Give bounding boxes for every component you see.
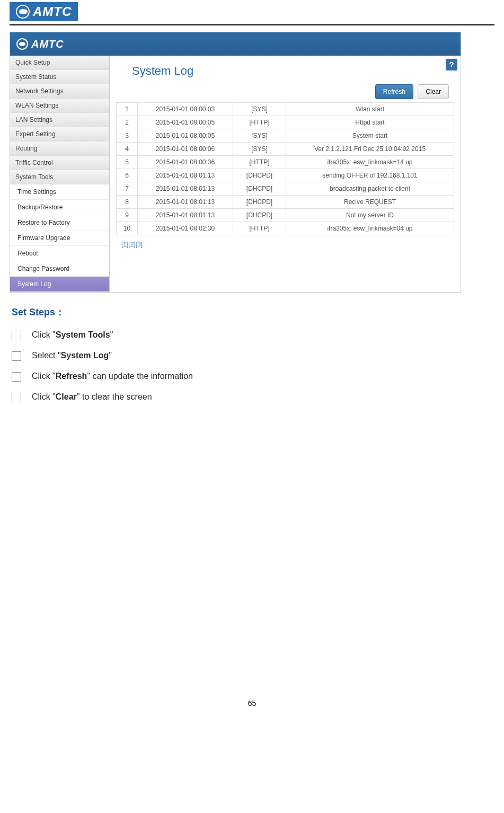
main-panel: ? System Log Refresh Clear 1 2015-01-01 … <box>110 56 461 292</box>
log-msg: Recive REQUEST <box>286 196 454 209</box>
log-tag: [DHCPD] <box>233 209 286 222</box>
sidebar-item-system-tools[interactable]: System Tools <box>10 170 109 184</box>
sidebar-sub-time-settings[interactable]: Time Settings <box>10 184 109 200</box>
step-1: Click "System Tools" <box>12 330 492 340</box>
sidebar-item-system-status[interactable]: System Status <box>10 70 109 84</box>
log-msg: ifra305x: esw_linkmask=14 up <box>286 156 454 169</box>
sidebar-item-quick-setup[interactable]: Quick Setup <box>10 56 109 70</box>
sidebar-item-routing[interactable]: Routing <box>10 142 109 156</box>
sidebar-sub-system-log[interactable]: System Log <box>10 277 109 292</box>
step-4: Click "Clear" to clear the screen <box>12 392 492 402</box>
log-index: 7 <box>117 182 138 196</box>
log-time: 2015-01-01 08:01:13 <box>138 182 233 196</box>
page-title: System Log <box>132 64 454 78</box>
log-tag: [DHCPD] <box>233 196 286 209</box>
log-tag: [SYS] <box>233 143 286 156</box>
log-tag: [SYS] <box>233 103 286 116</box>
log-msg: sending OFFER of 192.168.1.101 <box>286 169 454 182</box>
log-index: 1 <box>117 103 138 116</box>
doc-brand-logo: AMTC <box>10 2 78 21</box>
log-table: 1 2015-01-01 08:00:03 [SYS] Wlan start 2… <box>116 102 454 235</box>
refresh-button[interactable]: Refresh <box>375 84 413 99</box>
log-time: 2015-01-01 08:00:03 <box>138 103 233 116</box>
table-row: 5 2015-01-01 08:00:36 [HTTP] ifra305x: e… <box>117 156 454 169</box>
pager-page-3[interactable]: [3] <box>136 241 143 248</box>
table-row: 6 2015-01-01 08:01:13 [DHCPD] sending OF… <box>117 169 454 182</box>
swirl-icon <box>16 5 30 19</box>
sidebar: Quick Setup System Status Network Settin… <box>10 56 110 292</box>
step-2: Select "System Log" <box>12 351 492 361</box>
table-row: 3 2015-01-01 08:00:05 [SYS] System start <box>117 129 454 143</box>
log-msg: Httpd start <box>286 116 454 129</box>
sidebar-item-wlan-settings[interactable]: WLAN Settings <box>10 99 109 113</box>
doc-brand-text: AMTC <box>33 4 72 19</box>
log-msg: Ver 2.1.2.121 Fri Dec 25 10:04:02 2015 <box>286 143 454 156</box>
log-time: 2015-01-01 08:01:13 <box>138 169 233 182</box>
log-msg: broadcasting packet to client <box>286 182 454 196</box>
sidebar-item-network-settings[interactable]: Network Settings <box>10 84 109 99</box>
log-tag: [DHCPD] <box>233 182 286 196</box>
doc-content: Set Steps： Click "System Tools" Select "… <box>12 306 492 402</box>
table-row: 8 2015-01-01 08:01:13 [DHCPD] Recive REQ… <box>117 196 454 209</box>
log-msg: Wlan start <box>286 103 454 116</box>
log-time: 2015-01-01 08:00:05 <box>138 116 233 129</box>
log-index: 6 <box>117 169 138 182</box>
log-msg: ifra305x: esw_linkmask=04 up <box>286 222 454 235</box>
router-brand-text: AMTC <box>31 38 64 50</box>
router-ui-screenshot: AMTC Quick Setup System Status Network S… <box>10 32 461 293</box>
log-index: 4 <box>117 143 138 156</box>
header-divider <box>10 24 494 25</box>
table-row: 7 2015-01-01 08:01:13 [DHCPD] broadcasti… <box>117 182 454 196</box>
log-tag: [HTTP] <box>233 116 286 129</box>
sidebar-sub-change-password[interactable]: Change Password <box>10 261 109 277</box>
log-tag: [HTTP] <box>233 222 286 235</box>
bullet-box-icon <box>12 372 21 382</box>
log-tag: [HTTP] <box>233 156 286 169</box>
step-3: Click "Refresh" can update the informati… <box>12 372 492 382</box>
log-time: 2015-01-01 08:00:06 <box>138 143 233 156</box>
log-time: 2015-01-01 08:01:13 <box>138 209 233 222</box>
log-time: 2015-01-01 08:02:30 <box>138 222 233 235</box>
log-index: 8 <box>117 196 138 209</box>
clear-button[interactable]: Clear <box>418 84 449 99</box>
table-row: 10 2015-01-01 08:02:30 [HTTP] ifra305x: … <box>117 222 454 235</box>
bullet-box-icon <box>12 351 21 361</box>
router-topbar: AMTC <box>10 32 461 56</box>
log-msg: System start <box>286 129 454 143</box>
table-row: 9 2015-01-01 08:01:13 [DHCPD] Not my ser… <box>117 209 454 222</box>
table-row: 1 2015-01-01 08:00:03 [SYS] Wlan start <box>117 103 454 116</box>
log-time: 2015-01-01 08:01:13 <box>138 196 233 209</box>
bullet-box-icon <box>12 393 21 402</box>
sidebar-sub-reboot[interactable]: Reboot <box>10 246 109 261</box>
sidebar-sub-firmware-upgrade[interactable]: Firmware Upgrade <box>10 231 109 246</box>
button-row: Refresh Clear <box>116 84 449 99</box>
step-text: Click "Refresh" can update the informati… <box>32 372 193 381</box>
pager-page-1[interactable]: [1] <box>121 241 128 248</box>
table-row: 2 2015-01-01 08:00:05 [HTTP] Httpd start <box>117 116 454 129</box>
set-steps-heading: Set Steps： <box>12 306 492 319</box>
log-index: 3 <box>117 129 138 143</box>
log-index: 5 <box>117 156 138 169</box>
log-msg: Not my server ID <box>286 209 454 222</box>
swirl-icon <box>16 38 28 50</box>
log-time: 2015-01-01 08:00:05 <box>138 129 233 143</box>
sidebar-item-expert-setting[interactable]: Expert Setting <box>10 127 109 142</box>
help-icon[interactable]: ? <box>446 59 457 70</box>
pager-page-2[interactable]: [2] <box>128 241 135 248</box>
log-tag: [SYS] <box>233 129 286 143</box>
pager: [1][2][3] <box>121 241 454 248</box>
log-index: 10 <box>117 222 138 235</box>
step-text: Click "System Tools" <box>32 330 113 340</box>
bullet-box-icon <box>12 331 21 340</box>
page-number: 65 <box>0 699 504 718</box>
log-tag: [DHCPD] <box>233 169 286 182</box>
step-text: Click "Clear" to clear the screen <box>32 392 152 402</box>
sidebar-sub-restore-factory[interactable]: Restore to Factory <box>10 215 109 231</box>
log-index: 2 <box>117 116 138 129</box>
sidebar-item-lan-settings[interactable]: LAN Settings <box>10 113 109 127</box>
log-index: 9 <box>117 209 138 222</box>
table-row: 4 2015-01-01 08:00:06 [SYS] Ver 2.1.2.12… <box>117 143 454 156</box>
sidebar-sub-backup-restore[interactable]: Backup/Restore <box>10 200 109 215</box>
sidebar-item-traffic-control[interactable]: Triffic Control <box>10 156 109 170</box>
step-text: Select "System Log" <box>32 351 112 360</box>
